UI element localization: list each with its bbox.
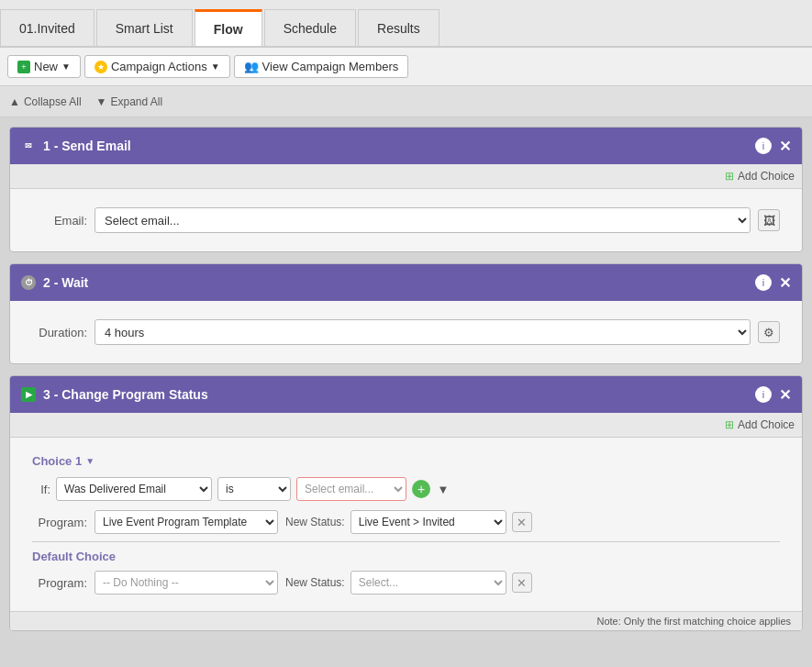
step1-email-select[interactable]: Select email... bbox=[95, 207, 751, 233]
if-label: If: bbox=[32, 483, 50, 496]
step3-body: Choice 1 ▼ If: Was Delivered Email is Se… bbox=[10, 438, 802, 611]
note-text: Note: Only the first matching choice app… bbox=[596, 616, 791, 627]
step2-close-button[interactable]: ✕ bbox=[779, 274, 791, 292]
default-choice-label: Default Choice bbox=[25, 542, 787, 567]
choice1-if-row: If: Was Delivered Email is Select email.… bbox=[25, 472, 787, 506]
new-caret-icon: ▼ bbox=[61, 61, 71, 72]
choice1-program-select[interactable]: Live Event Program Template bbox=[95, 510, 278, 534]
tab-bar: 01.Invited Smart List Flow Schedule Resu… bbox=[0, 0, 812, 48]
step-change-program-status: ▶ 3 - Change Program Status i ✕ ⊞ Add Ch… bbox=[9, 375, 803, 631]
step3-info-button[interactable]: i bbox=[755, 386, 772, 403]
expand-icon: ▼ bbox=[96, 95, 107, 108]
step3-add-choice-row: ⊞ Add Choice bbox=[10, 413, 802, 438]
step-send-email: ✉ 1 - Send Email i ✕ ⊞ Add Choice Email:… bbox=[9, 127, 803, 252]
campaign-icon: ★ bbox=[95, 61, 107, 73]
tab-results[interactable]: Results bbox=[358, 9, 439, 46]
note-bar: Note: Only the first matching choice app… bbox=[10, 611, 802, 630]
step3-add-choice-button[interactable]: ⊞ Add Choice bbox=[725, 418, 795, 431]
step1-email-row: Email: Select email... 🖼 bbox=[25, 198, 787, 242]
default-program-select[interactable]: -- Do Nothing -- bbox=[95, 571, 278, 595]
step-wait: ⏱ 2 - Wait i ✕ Duration: 4 hours ⚙ bbox=[9, 263, 803, 364]
default-status-select[interactable]: Select... bbox=[350, 571, 506, 595]
step1-title: 1 - Send Email bbox=[43, 139, 131, 153]
step2-gear-button[interactable]: ⚙ bbox=[758, 321, 780, 343]
step1-add-choice-row: ⊞ Add Choice bbox=[10, 164, 802, 189]
choice1-program-row: Program: Live Event Program Template New… bbox=[25, 506, 787, 541]
step1-email-label: Email: bbox=[32, 214, 87, 228]
step2-body: Duration: 4 hours ⚙ bbox=[10, 301, 802, 363]
step1-close-button[interactable]: ✕ bbox=[779, 138, 791, 155]
tab-smartlist[interactable]: Smart List bbox=[96, 9, 193, 46]
step1-image-button[interactable]: 🖼 bbox=[758, 209, 780, 231]
step-wait-header: ⏱ 2 - Wait i ✕ bbox=[10, 264, 802, 301]
choice1-status-select[interactable]: Live Event > Invited bbox=[350, 510, 506, 534]
choice1-caret-icon: ▼ bbox=[85, 456, 95, 466]
choice1-email-select[interactable]: Select email... bbox=[296, 477, 406, 501]
step3-header: ▶ 3 - Change Program Status i ✕ bbox=[10, 376, 802, 413]
new-icon: + bbox=[17, 61, 30, 73]
step1-body: Email: Select email... 🖼 bbox=[10, 189, 802, 251]
tab-flow[interactable]: Flow bbox=[195, 9, 262, 46]
main-content: ✉ 1 - Send Email i ✕ ⊞ Add Choice Email:… bbox=[0, 117, 812, 667]
view-members-button[interactable]: 👥 View Campaign Members bbox=[234, 55, 409, 78]
toolbar: + New ▼ ★ Campaign Actions ▼ 👥 View Camp… bbox=[0, 48, 812, 86]
expand-all-button[interactable]: ▼ Expand All bbox=[96, 95, 163, 108]
choice1-operator-select[interactable]: is bbox=[217, 477, 291, 501]
step3-add-choice-icon: ⊞ bbox=[725, 418, 734, 431]
step1-info-button[interactable]: i bbox=[755, 138, 772, 154]
collapse-all-button[interactable]: ▲ Collapse All bbox=[9, 95, 82, 108]
new-button[interactable]: + New ▼ bbox=[7, 55, 81, 78]
tab-schedule[interactable]: Schedule bbox=[264, 9, 356, 46]
choice1-new-status-label: New Status: bbox=[285, 516, 345, 528]
step2-duration-label: Duration: bbox=[32, 326, 87, 339]
step2-duration-row: Duration: 4 hours ⚙ bbox=[25, 310, 787, 354]
choice1-clear-button[interactable]: ✕ bbox=[512, 512, 532, 532]
collapse-icon: ▲ bbox=[9, 95, 20, 108]
campaign-actions-button[interactable]: ★ Campaign Actions ▼ bbox=[84, 55, 230, 78]
default-program-row: Program: -- Do Nothing -- New Status: Se… bbox=[25, 567, 787, 602]
choice1-label[interactable]: Choice 1 ▼ bbox=[25, 447, 787, 472]
members-icon: 👥 bbox=[244, 60, 259, 73]
program-status-icon: ▶ bbox=[21, 387, 36, 402]
step2-duration-select[interactable]: 4 hours bbox=[95, 319, 751, 345]
step2-title: 2 - Wait bbox=[43, 275, 88, 290]
choice1-program-label: Program: bbox=[32, 516, 87, 529]
choice1-arrow-button[interactable]: ▼ bbox=[436, 482, 450, 496]
default-program-label: Program: bbox=[32, 576, 87, 590]
campaign-caret-icon: ▼ bbox=[211, 61, 220, 72]
default-clear-button[interactable]: ✕ bbox=[512, 573, 532, 593]
send-email-icon: ✉ bbox=[21, 139, 36, 153]
step1-add-choice-button[interactable]: ⊞ Add Choice bbox=[725, 170, 795, 183]
step-send-email-header: ✉ 1 - Send Email i ✕ bbox=[10, 128, 802, 164]
wait-icon: ⏱ bbox=[21, 275, 36, 290]
choice1-condition-select[interactable]: Was Delivered Email bbox=[56, 477, 212, 501]
collapse-expand-bar: ▲ Collapse All ▼ Expand All bbox=[0, 86, 812, 117]
tab-invited[interactable]: 01.Invited bbox=[0, 9, 95, 46]
choice1-add-button[interactable]: + bbox=[412, 480, 430, 498]
choice1-status-group: New Status: Live Event > Invited ✕ bbox=[285, 510, 532, 534]
add-choice-icon: ⊞ bbox=[725, 170, 734, 183]
default-status-group: New Status: Select... ✕ bbox=[285, 571, 532, 595]
step3-close-button[interactable]: ✕ bbox=[779, 386, 791, 404]
default-new-status-label: New Status: bbox=[285, 576, 345, 589]
step3-title: 3 - Change Program Status bbox=[43, 387, 208, 402]
step2-info-button[interactable]: i bbox=[755, 274, 772, 291]
